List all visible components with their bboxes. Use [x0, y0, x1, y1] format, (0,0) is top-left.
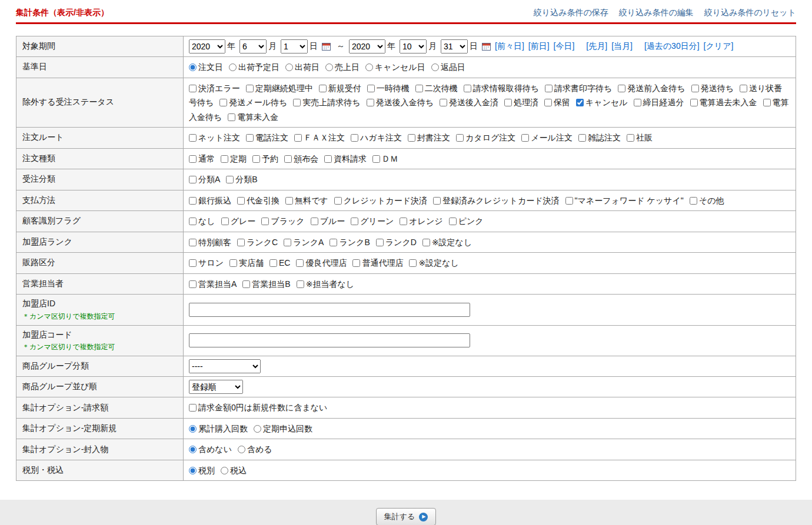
- checkbox-input[interactable]: [261, 218, 269, 225]
- checkbox-option[interactable]: 社販: [627, 133, 653, 142]
- checkbox-input[interactable]: [433, 197, 441, 205]
- from-day-select[interactable]: 1: [281, 39, 308, 53]
- to-year-select[interactable]: 2020: [349, 39, 385, 53]
- to-calendar-icon[interactable]: [482, 42, 491, 51]
- checkbox-input[interactable]: [226, 176, 234, 183]
- checkbox-input[interactable]: [294, 134, 302, 142]
- radio-option[interactable]: 売上日: [325, 62, 360, 72]
- checkbox-option[interactable]: 封書注文: [408, 133, 450, 142]
- checkbox-option[interactable]: ハガキ注文: [351, 133, 402, 142]
- checkbox-input[interactable]: [221, 218, 229, 225]
- checkbox-input[interactable]: [297, 280, 304, 288]
- date-shortcut-link[interactable]: [過去の30日分]: [644, 41, 700, 52]
- checkbox-option[interactable]: ブラック: [261, 216, 304, 226]
- checkbox-option[interactable]: 発送前入金待ち: [618, 83, 685, 93]
- checkbox-option[interactable]: 電算過去未入金: [690, 98, 757, 107]
- checkbox-input[interactable]: [690, 197, 697, 205]
- header-link[interactable]: 絞り込み条件のリセット: [704, 8, 796, 17]
- checkbox-input[interactable]: [293, 99, 301, 106]
- merchant-id-input[interactable]: [189, 303, 470, 317]
- checkbox-option[interactable]: 銀行振込: [189, 196, 231, 205]
- checkbox-input[interactable]: [576, 99, 584, 106]
- radio-option[interactable]: 出荷予定日: [229, 62, 279, 72]
- checkbox-option[interactable]: 普通代理店: [352, 258, 403, 267]
- checkbox-input[interactable]: [189, 134, 197, 142]
- checkbox-input[interactable]: [367, 99, 374, 106]
- radio-input[interactable]: [431, 63, 439, 71]
- checkbox-option[interactable]: ランクC: [237, 238, 278, 247]
- radio-option[interactable]: 定期申込回数: [254, 424, 312, 433]
- checkbox-input[interactable]: [284, 155, 292, 163]
- checkbox-input[interactable]: [189, 218, 197, 225]
- checkbox-input[interactable]: [229, 259, 237, 267]
- from-month-select[interactable]: 6: [239, 39, 267, 53]
- radio-option[interactable]: 注文日: [189, 62, 223, 72]
- checkbox-option[interactable]: ピンク: [449, 216, 484, 226]
- checkbox-option[interactable]: 新規受付: [319, 83, 361, 93]
- checkbox-input[interactable]: [285, 197, 293, 205]
- checkbox-input[interactable]: [284, 239, 291, 246]
- radio-input[interactable]: [238, 446, 245, 453]
- checkbox-input[interactable]: [189, 155, 197, 163]
- checkbox-input[interactable]: [400, 218, 407, 225]
- checkbox-input[interactable]: [352, 259, 360, 267]
- checkbox-input[interactable]: [319, 85, 327, 92]
- radio-input[interactable]: [229, 63, 237, 71]
- checkbox-input[interactable]: [376, 239, 384, 246]
- checkbox-option[interactable]: ランクA: [284, 238, 324, 247]
- checkbox-input[interactable]: [545, 85, 553, 92]
- checkbox-input[interactable]: [409, 259, 417, 267]
- checkbox-input[interactable]: [456, 134, 464, 142]
- date-shortcut-link[interactable]: [前々日]: [495, 41, 524, 52]
- checkbox-option[interactable]: 分類B: [226, 175, 257, 184]
- checkbox-option[interactable]: 雑誌注文: [578, 133, 621, 142]
- checkbox-input[interactable]: [690, 99, 698, 106]
- checkbox-option[interactable]: キャンセル: [576, 98, 628, 107]
- date-shortcut-link[interactable]: [前日]: [528, 41, 550, 52]
- checkbox-option[interactable]: サロン: [189, 258, 224, 267]
- checkbox-input[interactable]: [578, 134, 586, 142]
- checkbox-input[interactable]: [269, 259, 277, 267]
- checkbox-option[interactable]: 発送メール待ち: [219, 98, 287, 107]
- checkbox-option[interactable]: ネット注文: [189, 133, 240, 142]
- checkbox-option[interactable]: グリーン: [351, 216, 394, 226]
- checkbox-input[interactable]: [544, 99, 552, 106]
- from-year-select[interactable]: 2020: [189, 39, 225, 53]
- checkbox-option[interactable]: ※担当者なし: [297, 279, 354, 289]
- header-link[interactable]: 絞り込み条件の編集: [619, 8, 694, 17]
- checkbox-option[interactable]: 実店舗: [229, 258, 264, 267]
- checkbox-input[interactable]: [311, 218, 318, 225]
- checkbox-option[interactable]: 定期: [221, 154, 247, 163]
- checkbox-input[interactable]: [189, 404, 197, 412]
- checkbox-input[interactable]: [296, 259, 304, 267]
- radio-input[interactable]: [221, 467, 228, 474]
- checkbox-option[interactable]: ※設定なし: [409, 258, 458, 267]
- checkbox-option[interactable]: 定期継続処理中: [246, 83, 313, 93]
- checkbox-option[interactable]: ＦＡＸ注文: [294, 133, 345, 142]
- checkbox-option[interactable]: 二次待機: [415, 83, 458, 93]
- checkbox-input[interactable]: [334, 197, 342, 205]
- checkbox-option[interactable]: 登録済みクレジットカード決済: [433, 196, 560, 205]
- radio-option[interactable]: 含めない: [189, 444, 232, 454]
- checkbox-option[interactable]: グレー: [221, 216, 256, 226]
- checkbox-option[interactable]: ブルー: [311, 216, 345, 226]
- radio-input[interactable]: [365, 63, 373, 71]
- checkbox-option[interactable]: オレンジ: [400, 216, 442, 226]
- checkbox-option[interactable]: 一時待機: [367, 83, 410, 93]
- checkbox-input[interactable]: [618, 85, 625, 92]
- checkbox-option[interactable]: 頒布会: [284, 154, 318, 163]
- checkbox-input[interactable]: [372, 155, 380, 163]
- checkbox-input[interactable]: [219, 99, 227, 106]
- checkbox-option[interactable]: クレジットカード決済: [334, 196, 427, 205]
- checkbox-input[interactable]: [408, 134, 415, 142]
- to-day-select[interactable]: 31: [441, 39, 468, 53]
- checkbox-option[interactable]: ※設定なし: [422, 238, 472, 247]
- checkbox-input[interactable]: [634, 99, 641, 106]
- checkbox-input[interactable]: [228, 113, 235, 121]
- checkbox-option[interactable]: 特別顧客: [189, 238, 231, 247]
- header-link[interactable]: 絞り込み条件の保存: [534, 8, 608, 17]
- checkbox-input[interactable]: [242, 280, 250, 288]
- checkbox-input[interactable]: [189, 85, 197, 92]
- checkbox-input[interactable]: [351, 134, 358, 142]
- checkbox-option[interactable]: 処理済: [504, 98, 538, 107]
